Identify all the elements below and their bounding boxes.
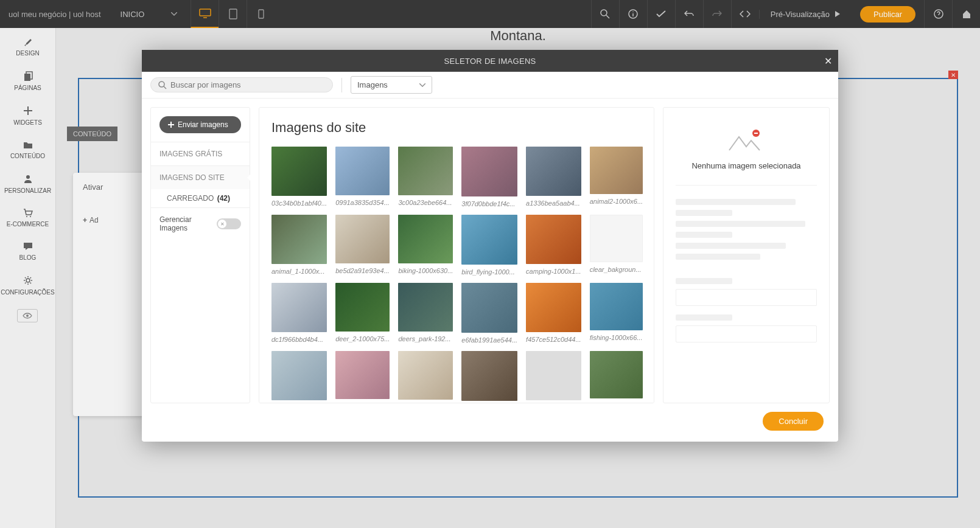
- image-tile[interactable]: [590, 351, 643, 401]
- image-tile[interactable]: dc1f966bbd4b4...: [271, 283, 327, 344]
- image-thumbnail[interactable]: [461, 351, 517, 401]
- image-placeholder-icon: [727, 128, 766, 153]
- search-input[interactable]: [170, 80, 325, 89]
- image-selector-modal: SELETOR DE IMAGENS ✕ Imagens Enviar imag…: [142, 50, 838, 442]
- image-tile[interactable]: bird_flying-1000...: [461, 215, 517, 276]
- image-tile[interactable]: [398, 351, 453, 401]
- image-caption: fishing-1000x66...: [590, 334, 643, 341]
- image-thumbnail[interactable]: [526, 283, 581, 332]
- plus-icon: [168, 122, 174, 128]
- type-select[interactable]: Imagens: [351, 76, 432, 94]
- image-thumbnail[interactable]: [271, 351, 327, 400]
- no-image-state: Nenhuma imagem selecionada: [676, 120, 817, 186]
- image-tile[interactable]: 0991a3835d354...: [335, 147, 390, 207]
- done-button[interactable]: Concluir: [763, 412, 824, 431]
- image-thumbnail[interactable]: [335, 351, 390, 400]
- image-thumbnail[interactable]: [398, 283, 453, 332]
- image-tile[interactable]: [271, 351, 327, 401]
- image-thumbnail[interactable]: [271, 283, 327, 332]
- image-tile[interactable]: a1336bea5aab4...: [526, 147, 581, 207]
- modal-overlay: SELETOR DE IMAGENS ✕ Imagens Enviar imag…: [0, 0, 980, 528]
- image-caption: biking-1000x630...: [398, 267, 453, 274]
- image-tile[interactable]: deer_2-1000x75...: [335, 283, 390, 344]
- image-tile[interactable]: [461, 351, 517, 401]
- image-tile[interactable]: clear_bakgroun...: [590, 215, 643, 276]
- image-tile[interactable]: camping-1000x1...: [526, 215, 581, 276]
- image-thumbnail[interactable]: [271, 147, 327, 196]
- image-thumbnail[interactable]: [335, 283, 390, 332]
- modal-header: SELETOR DE IMAGENS ✕: [142, 50, 838, 72]
- image-grid: 03c34b0b1abf40...0991a3835d354...3c00a23…: [271, 147, 642, 401]
- image-caption: clear_bakgroun...: [590, 266, 643, 273]
- image-caption: 0991a3835d354...: [335, 199, 390, 206]
- image-thumbnail[interactable]: [590, 283, 643, 330]
- image-tile[interactable]: animal2-1000x6...: [590, 147, 643, 207]
- image-caption: bird_flying-1000...: [461, 268, 517, 276]
- image-caption: a1336bea5aab4...: [526, 200, 581, 207]
- image-thumbnail[interactable]: [398, 351, 453, 400]
- image-tile[interactable]: f457ce512c0d44...: [526, 283, 581, 344]
- image-thumbnail[interactable]: [335, 215, 390, 263]
- image-thumbnail[interactable]: [590, 215, 643, 262]
- image-tile[interactable]: [335, 351, 390, 401]
- image-tile[interactable]: e6fab1991ae544...: [461, 283, 517, 344]
- modal-toolbar: Imagens: [142, 72, 838, 99]
- manage-toggle[interactable]: [217, 218, 241, 229]
- image-tile[interactable]: deers_park-192...: [398, 283, 453, 344]
- image-thumbnail[interactable]: [590, 147, 643, 194]
- upload-button[interactable]: Enviar imagens: [159, 116, 241, 133]
- image-thumbnail[interactable]: [526, 351, 581, 400]
- preview-skeleton: [676, 194, 817, 351]
- preview-input-1[interactable]: [676, 289, 817, 306]
- image-thumbnail[interactable]: [271, 215, 327, 264]
- image-thumbnail[interactable]: [526, 215, 581, 264]
- image-tile[interactable]: 03c34b0b1abf40...: [271, 147, 327, 207]
- image-caption: e6fab1991ae544...: [461, 336, 517, 344]
- chevron-down-icon: [419, 83, 425, 87]
- modal-footer: Concluir: [142, 412, 838, 442]
- image-tile[interactable]: 3f07d0bbde1f4c...: [461, 147, 517, 207]
- search-icon: [158, 81, 167, 89]
- image-caption: animal2-1000x6...: [590, 198, 643, 205]
- category-free[interactable]: IMAGENS GRÁTIS: [151, 142, 250, 165]
- modal-close-button[interactable]: ✕: [824, 55, 832, 67]
- svg-point-13: [159, 82, 164, 87]
- search-box[interactable]: [150, 77, 333, 92]
- image-tile[interactable]: be5d2a91e93e4...: [335, 215, 390, 276]
- image-caption: 3f07d0bbde1f4c...: [461, 200, 517, 207]
- image-caption: be5d2a91e93e4...: [335, 267, 390, 274]
- manage-images-toggle-row: Gerenciar Imagens: [151, 207, 250, 240]
- image-thumbnail[interactable]: [461, 283, 517, 333]
- preview-input-2[interactable]: [676, 325, 817, 342]
- image-grid-panel: Imagens do site 03c34b0b1abf40...0991a38…: [259, 107, 654, 403]
- image-caption: camping-1000x1...: [526, 268, 581, 275]
- image-caption: animal_1-1000x...: [271, 268, 327, 275]
- grid-title: Imagens do site: [271, 120, 642, 136]
- preview-panel: Nenhuma imagem selecionada: [663, 107, 830, 403]
- toolbar-separator: [341, 78, 342, 92]
- image-tile[interactable]: 3c00a23ebe664...: [398, 147, 453, 207]
- category-loaded[interactable]: CARREGADO (42): [151, 189, 250, 207]
- image-tile[interactable]: [526, 351, 581, 401]
- image-tile[interactable]: biking-1000x630...: [398, 215, 453, 276]
- image-thumbnail[interactable]: [461, 215, 517, 265]
- image-thumbnail[interactable]: [461, 147, 517, 196]
- no-image-text: Nenhuma imagem selecionada: [691, 161, 800, 170]
- type-select-label: Imagens: [357, 80, 388, 89]
- image-caption: f457ce512c0d44...: [526, 336, 581, 343]
- modal-body: Enviar imagens IMAGENS GRÁTIS IMAGENS DO…: [142, 99, 838, 412]
- image-caption: deer_2-1000x75...: [335, 335, 390, 342]
- image-thumbnail[interactable]: [398, 147, 453, 195]
- image-tile[interactable]: animal_1-1000x...: [271, 215, 327, 276]
- image-tile[interactable]: fishing-1000x66...: [590, 283, 643, 344]
- image-thumbnail[interactable]: [590, 351, 643, 398]
- image-caption: 3c00a23ebe664...: [398, 199, 453, 206]
- modal-sidebar: Enviar imagens IMAGENS GRÁTIS IMAGENS DO…: [150, 107, 250, 403]
- image-caption: 03c34b0b1abf40...: [271, 200, 327, 207]
- manage-label: Gerenciar Imagens: [159, 215, 214, 232]
- image-thumbnail[interactable]: [398, 215, 453, 263]
- image-thumbnail[interactable]: [335, 147, 390, 195]
- category-site[interactable]: IMAGENS DO SITE: [151, 165, 250, 189]
- image-caption: dc1f966bbd4b4...: [271, 336, 327, 343]
- image-thumbnail[interactable]: [526, 147, 581, 196]
